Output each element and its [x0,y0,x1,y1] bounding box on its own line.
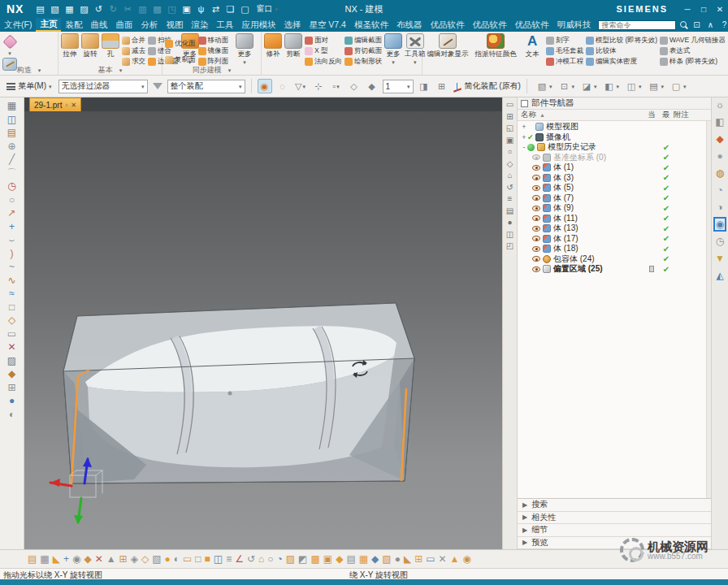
selection-filter-select[interactable]: 无选择过滤器▾ [58,80,148,93]
tool-icon[interactable]: ◫ [214,554,223,564]
tool-icon[interactable]: + [9,222,15,232]
expander[interactable]: + [521,133,527,141]
tool-icon[interactable]: ◉ [72,554,80,564]
collapse-ribbon-icon[interactable]: ∧ [704,20,716,29]
tool-icon[interactable]: ◐ [174,554,180,564]
tool-icon[interactable]: ❏ [223,4,236,15]
engrave-button[interactable]: 刻字 [546,36,583,46]
tool-icon[interactable]: ◳ [165,4,178,15]
compare-body-button[interactable]: 比较体 [586,46,657,56]
expander[interactable]: + [521,123,527,131]
simplified-assembly-button[interactable]: 简化装配 (原有) [453,80,521,92]
tool-icon[interactable]: ψ [194,4,207,14]
tool-icon[interactable]: ◆ [716,134,723,144]
tab-tools[interactable]: 工具 [212,18,237,32]
extrude-button[interactable]: 拉伸 [61,33,79,59]
tool-icon[interactable]: ⊞ [119,554,128,564]
tree-row-body[interactable]: 体 (7)✔ [518,193,711,204]
tool-icon[interactable]: ✕ [7,342,15,352]
tool-icon[interactable]: ◆ [336,554,343,564]
3d-model-view[interactable] [24,111,502,549]
tree-row-body[interactable]: 体 (5)✔ [518,183,711,193]
tool-icon[interactable]: ⌒ [7,168,17,178]
tool-icon[interactable]: ■ [205,554,210,564]
edit-section-button[interactable]: 编辑截面 [344,36,382,46]
tool-icon[interactable]: ⇄ [209,4,222,15]
layer-settings-button[interactable]: ▤▾ [647,79,665,93]
tool-icon[interactable]: ◆ [8,369,15,379]
tool-icon[interactable]: ▤ [7,128,16,137]
tree-row-bounding-body[interactable]: 包容体 (24)✔ [518,254,711,265]
tool-icon[interactable]: ▼ [715,254,725,263]
tool-icon[interactable]: ∠ [235,554,244,564]
tool-icon[interactable]: ◇ [141,554,149,564]
selection-scope-select[interactable]: 整个装配▾ [167,80,245,93]
tool-icon[interactable]: ✕ [439,554,447,564]
resource-bar[interactable]: ☼◧◆●◍◔◑◉◷▼◭ [711,98,728,549]
visibility-eye-icon[interactable] [532,175,540,180]
empty-style-button[interactable]: ▢▾ [669,79,687,93]
tool-icon[interactable]: ↺ [247,554,255,564]
face-pair-button[interactable]: 面对 [305,36,342,46]
tool-icon[interactable]: ◔ [717,185,722,195]
tool-icon[interactable]: ▤ [506,206,514,215]
panel-dependencies[interactable]: ▶相关性 [518,512,711,525]
tool-icon[interactable]: ✕ [95,554,103,564]
bottom-toolbar[interactable]: ▤▦◣+◉◆✕▲⊞◈◇▧●◐▭□■◫≡∠↺⌂○◔▨◩▩▣◆▤▦◆▧●◣⊞▭✕▲◉ [0,549,728,568]
menu-button[interactable]: 菜单(M)▾ [3,79,55,93]
shaded-view-button[interactable]: ◪▾ [579,79,597,93]
tool-icon[interactable]: ◫ [506,230,514,239]
tool-icon[interactable]: ▤ [28,554,37,564]
chevron-down-icon[interactable]: ▾ [8,50,11,56]
fullscreen-icon[interactable]: ⊡ [691,20,702,29]
tree-row-cameras[interactable]: +✔摄像机 [518,132,711,143]
tree-row-offset-region[interactable]: 偏置区域 (25)✔ [518,264,711,275]
visibility-eye-icon[interactable] [532,256,540,262]
tool-icon[interactable]: ✂ [121,4,134,15]
tool-icon[interactable]: ◆ [84,554,91,564]
command-search-input[interactable] [598,20,676,30]
tool-icon[interactable]: ▣ [506,136,514,145]
panel-search[interactable]: ▶搜索 [518,499,711,512]
quick-access-toolbar[interactable]: ▤▧▦▨↺↻✂▥▩◳▣ψ⇄❏▢ [33,4,251,15]
tool-icon[interactable]: ▩ [150,4,163,15]
tool-icon[interactable]: ≈ [9,288,15,298]
window-edit-button[interactable]: ◨ [417,79,431,93]
filter-icon[interactable] [153,83,162,89]
chevron-down-icon[interactable]: ▾ [228,67,232,73]
tool-icon[interactable]: ⌣ [9,235,15,245]
sort-asc-icon[interactable]: ▲ [540,112,545,118]
tool-icon[interactable]: ⌂ [507,171,512,180]
tool-icon[interactable]: ▭ [183,554,192,564]
tool-icon[interactable]: ○ [507,147,512,156]
tool-icon[interactable]: ○ [267,554,273,564]
visibility-eye-icon[interactable] [532,195,540,201]
tab-surface[interactable]: 曲面 [111,18,136,32]
visibility-eye-icon[interactable] [532,154,540,160]
tool-icon[interactable]: ◔ [277,554,283,564]
tab-file[interactable]: 文件(F) [0,18,36,32]
tab-application[interactable]: 应用模块 [237,18,280,32]
tool-icon[interactable]: ▦ [359,554,368,564]
tool-icon[interactable]: □ [195,554,201,564]
edit-object-display-button[interactable]: 编辑对象显示 [425,33,470,59]
tool-icon[interactable]: ▣ [323,554,332,564]
tree-row-body[interactable]: 体 (17)✔ [518,234,711,245]
selection-funnel-button[interactable]: ▽▾ [293,79,308,93]
tool-icon[interactable]: ◫ [7,115,16,124]
tab-routing[interactable]: 布线器 [392,18,427,32]
wave-geometry-linker-button[interactable]: WAVE 几何链接器 [660,36,726,46]
tab-curve[interactable]: 曲线 [86,18,111,32]
visibility-eye-icon[interactable] [532,246,540,252]
tool-icon[interactable]: ↗ [7,208,15,218]
document-tab[interactable]: 29-1.prt ▫ ✕ [29,98,81,111]
tool-icon[interactable]: ▤ [346,554,355,564]
section-view-button[interactable]: ◫▾ [624,79,642,93]
chevron-down-icon[interactable]: ▾ [119,67,123,73]
tool-icon[interactable]: ▧ [48,4,61,15]
tool-icon[interactable]: ▣ [180,4,193,15]
synchronous-more-button[interactable]: 更多▾ [231,33,258,65]
tab-assembly[interactable]: 装配 [61,18,86,32]
help-icon[interactable]: ? [718,20,728,29]
tool-icon[interactable]: ● [164,554,170,564]
